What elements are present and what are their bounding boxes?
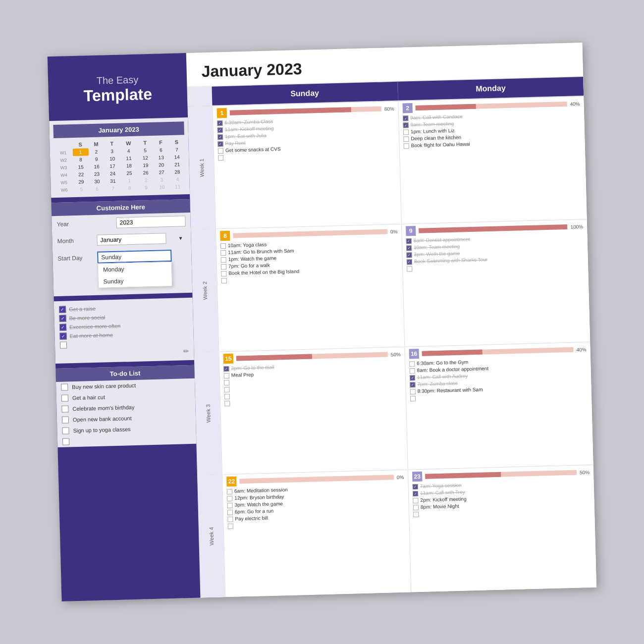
todo-checkbox[interactable] xyxy=(61,383,68,390)
task-checkbox[interactable] xyxy=(227,510,233,515)
task-checkbox[interactable]: ✓ xyxy=(217,120,222,126)
task-checkbox[interactable] xyxy=(409,361,415,367)
task-checkbox[interactable] xyxy=(407,266,412,271)
mini-cal-day[interactable]: 11 xyxy=(120,155,137,162)
edit-pencil-icon[interactable]: ✏ xyxy=(183,347,189,355)
mini-cal-day[interactable]: 10 xyxy=(154,183,170,191)
task-checkbox[interactable]: ✓ xyxy=(217,134,223,140)
task-checkbox[interactable] xyxy=(413,498,418,503)
todo-checkbox[interactable] xyxy=(62,416,69,423)
task-checkbox[interactable] xyxy=(404,143,409,149)
mini-cal-day[interactable]: 11 xyxy=(170,183,186,191)
mini-cal-day[interactable]: 23 xyxy=(89,170,105,178)
mini-cal-day[interactable]: 7 xyxy=(105,185,121,193)
todo-checkbox[interactable] xyxy=(62,438,69,445)
task-checkbox[interactable] xyxy=(221,278,227,283)
task-checkbox[interactable] xyxy=(227,517,233,522)
goal-checkbox[interactable]: ✓ xyxy=(59,315,66,322)
mini-cal-day[interactable]: 15 xyxy=(73,163,89,171)
mini-cal-day[interactable]: 8 xyxy=(121,184,138,192)
mini-cal-day[interactable]: 3 xyxy=(154,176,169,184)
mini-cal-day[interactable]: 18 xyxy=(120,162,138,170)
mini-cal-day[interactable]: 2 xyxy=(138,176,154,184)
task-checkbox[interactable]: ✓ xyxy=(413,484,418,489)
task-checkbox[interactable]: ✓ xyxy=(403,122,409,128)
goal-checkbox[interactable]: ✓ xyxy=(59,333,66,340)
mini-cal-day[interactable]: 9 xyxy=(138,184,154,192)
task-checkbox[interactable] xyxy=(224,380,229,385)
mini-cal-day[interactable]: 17 xyxy=(105,162,120,170)
task-checkbox[interactable] xyxy=(221,264,226,269)
mini-cal-day[interactable]: 8 xyxy=(73,156,89,163)
mini-cal-day[interactable]: 1 xyxy=(121,177,138,185)
mini-cal-day[interactable]: 28 xyxy=(169,168,185,176)
todo-checkbox[interactable] xyxy=(62,427,69,434)
task-checkbox[interactable] xyxy=(403,136,409,142)
task-checkbox[interactable]: ✓ xyxy=(407,259,412,265)
year-input[interactable] xyxy=(116,215,186,228)
mini-cal-day[interactable]: 4 xyxy=(120,147,137,155)
task-checkbox[interactable] xyxy=(221,271,226,276)
task-checkbox[interactable] xyxy=(403,129,409,135)
task-checkbox[interactable] xyxy=(410,368,415,374)
mini-cal-day[interactable]: 9 xyxy=(89,155,105,163)
task-checkbox[interactable] xyxy=(227,503,232,508)
todo-checkbox[interactable] xyxy=(61,405,68,412)
task-checkbox[interactable] xyxy=(224,387,229,392)
month-select[interactable]: January xyxy=(97,233,166,246)
goal-checkbox[interactable]: ✓ xyxy=(59,324,66,331)
mini-cal-day[interactable]: 4 xyxy=(169,175,185,183)
task-checkbox[interactable]: ✓ xyxy=(217,141,223,147)
mini-cal-day[interactable]: 7 xyxy=(169,146,185,154)
goal-checkbox[interactable] xyxy=(60,341,67,348)
option-sunday[interactable]: Sunday xyxy=(98,274,172,288)
mini-cal-day[interactable]: 25 xyxy=(120,169,138,177)
mini-cal-day[interactable]: 27 xyxy=(154,168,169,176)
todo-checkbox[interactable] xyxy=(61,394,68,401)
task-checkbox[interactable]: ✓ xyxy=(413,491,418,496)
mini-cal-day[interactable]: 26 xyxy=(138,169,154,177)
task-checkbox[interactable] xyxy=(218,155,223,161)
task-checkbox[interactable] xyxy=(220,250,226,256)
task-checkbox[interactable] xyxy=(224,394,230,399)
mini-cal-day[interactable]: 14 xyxy=(169,153,185,161)
mini-cal-day[interactable]: 3 xyxy=(104,148,120,156)
task-checkbox[interactable] xyxy=(227,489,232,494)
task-checkbox[interactable]: ✓ xyxy=(406,245,412,251)
mini-cal-day[interactable]: 6 xyxy=(153,146,169,154)
mini-cal-day[interactable]: 20 xyxy=(154,161,169,169)
mini-cal-day[interactable]: 31 xyxy=(105,177,121,185)
mini-cal-day[interactable]: 5 xyxy=(73,185,89,193)
mini-cal-day[interactable]: 29 xyxy=(73,178,89,186)
task-checkbox[interactable]: ✓ xyxy=(223,366,229,372)
mini-cal-day[interactable]: 1 xyxy=(72,148,88,156)
task-checkbox[interactable] xyxy=(227,496,232,501)
task-checkbox[interactable]: ✓ xyxy=(406,238,412,244)
task-checkbox[interactable] xyxy=(228,524,233,529)
task-checkbox[interactable] xyxy=(224,373,229,378)
task-checkbox[interactable] xyxy=(218,148,223,154)
task-checkbox[interactable] xyxy=(224,401,230,406)
mini-cal-day[interactable]: 19 xyxy=(138,161,154,169)
mini-cal-day[interactable]: 16 xyxy=(89,162,105,170)
task-checkbox[interactable]: ✓ xyxy=(403,115,408,121)
mini-cal-day[interactable]: 13 xyxy=(153,154,169,161)
task-checkbox[interactable]: ✓ xyxy=(217,127,223,133)
task-checkbox[interactable] xyxy=(410,396,416,401)
mini-cal-day[interactable]: 22 xyxy=(73,170,89,178)
task-checkbox[interactable] xyxy=(413,505,419,510)
task-checkbox[interactable] xyxy=(221,257,226,263)
task-checkbox[interactable]: ✓ xyxy=(406,252,412,258)
mini-cal-day[interactable]: 30 xyxy=(89,177,105,185)
mini-cal-day[interactable]: 6 xyxy=(89,185,105,193)
goal-checkbox[interactable]: ✓ xyxy=(59,306,66,313)
mini-cal-day[interactable]: 5 xyxy=(137,147,153,155)
task-checkbox[interactable] xyxy=(413,512,419,517)
task-checkbox[interactable]: ✓ xyxy=(410,375,415,380)
task-checkbox[interactable]: ✓ xyxy=(410,382,415,387)
mini-cal-day[interactable]: 21 xyxy=(169,161,185,168)
task-checkbox[interactable] xyxy=(410,389,416,394)
mini-cal-day[interactable]: 10 xyxy=(105,155,120,163)
task-checkbox[interactable] xyxy=(220,243,226,249)
mini-cal-day[interactable]: 2 xyxy=(88,148,104,156)
